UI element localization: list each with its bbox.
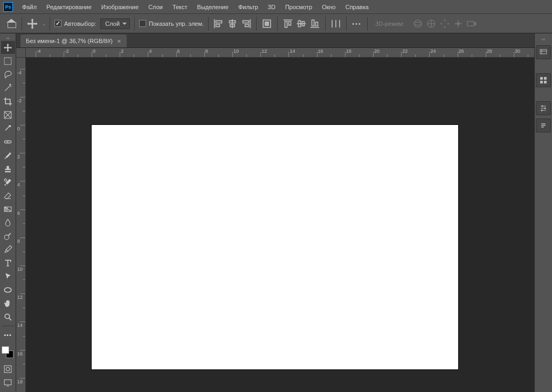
svg-rect-19 [4,380,11,385]
dodge-tool[interactable] [1,229,15,242]
svg-point-5 [457,22,460,25]
marquee-tool[interactable] [1,54,15,67]
eyedropper-tool[interactable] [1,122,15,135]
move-tool[interactable] [1,41,15,54]
foreground-color-swatch[interactable] [2,346,9,354]
history-brush-tool[interactable] [1,176,15,188]
vertical-ruler[interactable]: -4-2024681012141618 [16,58,26,392]
svg-rect-21 [540,77,543,80]
healing-icon [3,137,12,146]
svg-point-15 [4,288,11,292]
stamp-icon [3,164,12,173]
mode3d-label: 3D-режим: [372,20,408,27]
svg-point-14 [4,235,9,240]
menu-3d[interactable]: 3D [263,2,280,12]
menu-фильтр[interactable]: Фильтр [233,2,263,12]
zoom-tool[interactable] [1,310,15,323]
align-overflow-button[interactable] [261,18,273,30]
menu-окно[interactable]: Окно [317,2,341,12]
svg-point-3 [414,22,422,25]
svg-rect-22 [544,77,547,80]
crop-tool[interactable] [1,95,15,108]
libraries-panel-button[interactable] [536,73,551,87]
show-controls-checkbox[interactable] [139,20,146,27]
distribute-bottom-button[interactable] [309,18,321,30]
lasso-tool[interactable] [1,68,15,81]
canvas[interactable] [92,125,458,369]
menu-текст[interactable]: Текст [168,2,192,12]
svg-point-27 [541,110,543,111]
move-mode-icon[interactable] [26,18,38,30]
workspace: ›› ••• Без имени-1 @ 36,7% (RGB/8#) × -4… [0,33,552,392]
blur-icon [3,218,12,227]
quick-mask-button[interactable] [1,362,15,375]
menu-редактирование[interactable]: Редактирование [42,2,96,12]
menu-просмотр[interactable]: Просмотр [280,2,317,12]
menu-изображение[interactable]: Изображение [96,2,143,12]
orbit-3d-icon [412,18,424,30]
svg-rect-23 [540,81,543,83]
zoom-icon [3,312,12,321]
healing-tool[interactable] [1,135,15,148]
close-tab-button[interactable]: × [117,37,121,45]
stamp-tool[interactable] [1,162,15,175]
home-button[interactable] [5,18,17,30]
align-right-button[interactable] [240,18,252,30]
shape-tool[interactable] [1,283,15,296]
autoselect-target-select[interactable]: Слой [100,18,130,29]
rightbar-expand-handle[interactable]: ‹‹ [536,37,551,42]
svg-point-18 [6,367,9,370]
align-left-button[interactable] [213,18,225,30]
distribute-spacing-button[interactable] [330,18,342,30]
svg-rect-17 [4,366,11,373]
horizontal-ruler[interactable]: -4-202468101214161820222426283032 [26,48,534,58]
dodge-icon [3,232,12,241]
svg-rect-1 [265,21,269,25]
menu-выделение[interactable]: Выделение [192,2,233,12]
pen-tool[interactable] [1,243,15,256]
menu-справка[interactable]: Справка [341,2,374,12]
hand-tool[interactable] [1,297,15,310]
dropdown-caret[interactable]: ⌵ [43,21,45,26]
learn-panel-button[interactable] [536,45,551,59]
document-area: Без имени-1 @ 36,7% (RGB/8#) × -4-202468… [16,33,534,392]
blur-tool[interactable] [1,216,15,229]
canvas-viewport[interactable]: -4-202468101214161820222426283032 -4-202… [16,48,534,392]
type-icon [3,258,12,268]
svg-rect-13 [4,207,8,212]
menu-слои[interactable]: Слои [143,2,168,12]
menu-файл[interactable]: Файл [17,2,42,12]
brush-tool[interactable] [1,149,15,162]
hand-icon [3,299,12,308]
document-tab[interactable]: Без имени-1 @ 36,7% (RGB/8#) × [20,34,127,47]
ellipsis-icon: ••• [352,20,362,27]
edit-toolbar-button[interactable]: ••• [1,328,15,341]
roll-3d-icon [425,18,437,30]
pen-icon [3,245,12,254]
autoselect-label: Автовыбор: [64,20,96,27]
toolbar-expand-handle[interactable]: ›› [1,36,16,41]
frame-tool[interactable] [1,108,15,121]
ruler-origin[interactable] [16,48,26,58]
autoselect-checkbox[interactable] [54,20,61,27]
history-brush-icon [3,178,12,187]
adjustments-panel-button[interactable] [536,101,551,115]
color-swatches[interactable] [2,346,15,359]
svg-rect-24 [544,81,547,83]
screen-mode-button[interactable] [1,376,15,389]
align-hcenter-button[interactable] [226,18,238,30]
right-panel-dock: ‹‹ [534,33,552,392]
eraser-tool[interactable] [1,189,15,202]
path-select-tool[interactable] [1,270,15,283]
type-tool[interactable] [1,256,15,269]
wand-icon [3,83,12,93]
distribute-top-button[interactable] [282,18,294,30]
more-options-button[interactable]: ••• [351,18,363,30]
wand-tool[interactable] [1,81,15,94]
gradient-tool[interactable] [1,202,15,215]
properties-panel-button[interactable] [536,118,551,132]
menubar: Ps ФайлРедактированиеИзображениеСлоиТекс… [0,0,552,13]
distribute-vcenter-button[interactable] [295,18,307,30]
options-bar: ⌵ Автовыбор: Слой Показать упр. элем. ••… [0,13,552,33]
slide-3d-icon [452,18,464,30]
